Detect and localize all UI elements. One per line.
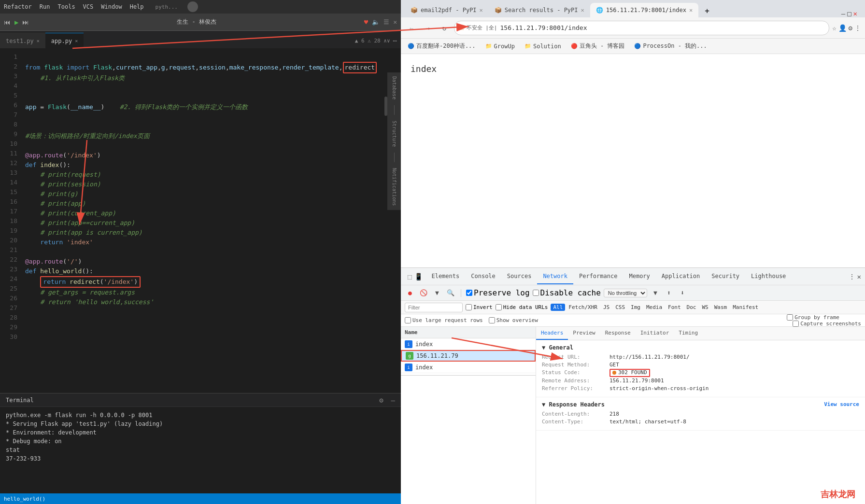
capture-screenshots-check[interactable]: Capture screenshots [793,321,861,327]
menu-run[interactable]: Run [40,3,50,10]
extensions-btn[interactable]: ⚙ [849,24,852,32]
filter-css[interactable]: CSS [613,304,627,311]
nav-reload-btn[interactable]: ↻ [438,21,451,35]
close-btn[interactable]: ✕ [853,10,857,17]
browser-tab-1-close[interactable]: ✕ [581,7,584,14]
filter-media[interactable]: Media [644,304,665,311]
filter-input[interactable] [405,303,463,312]
detail-tab-preview[interactable]: Preview [568,327,600,340]
bookmark-solution[interactable]: 📁 Solution [522,42,564,51]
large-rows-check[interactable]: Use large request rows [405,317,483,323]
devtools-tab-sources[interactable]: Sources [501,269,538,284]
filter-btn[interactable]: ▼ [432,288,442,298]
profile-btn[interactable]: 👤 [838,24,847,32]
show-overview-check[interactable]: Show overview [489,317,538,323]
network-item-1[interactable]: g 156.11.21.79 [401,350,536,362]
more-options-btn[interactable]: ⋮ [854,24,861,32]
detail-tab-initiator[interactable]: Initiator [636,327,674,340]
filter-all[interactable]: All [551,304,565,311]
media-prev-btn[interactable]: ⏮ [4,18,11,26]
nav-forward-btn[interactable]: → [421,21,435,35]
network-item-0[interactable]: i index [401,338,536,350]
devtools-tab-application[interactable]: Application [656,269,706,284]
hide-data-urls-check[interactable]: Hide data URLs [496,304,548,310]
filter-img[interactable]: Img [628,304,643,311]
browser-tab-1[interactable]: 📦 Search results - PyPI ✕ [489,3,590,17]
database-label[interactable]: Database [392,74,397,101]
menu-tools[interactable]: Tools [57,3,75,10]
browser-tab-2-close[interactable]: ✕ [689,7,693,14]
group-by-frame-check[interactable]: Group by frame [787,314,861,321]
filter-wasm[interactable]: Wasm [712,304,730,311]
new-tab-btn[interactable]: + [700,4,714,17]
devtools-tab-network[interactable]: Network [537,269,573,284]
export-btn[interactable]: ⬇ [677,288,688,298]
record-btn[interactable]: ● [405,288,415,298]
menu-window[interactable]: Window [101,3,122,10]
address-bar[interactable]: ⚠ 不安全 |全| 156.11.21.79:8001/index [454,21,829,35]
terminal-minimize[interactable]: — [391,396,395,404]
clear-btn[interactable]: 🚫 [418,288,429,298]
detail-tab-response[interactable]: Response [600,327,636,340]
devtools-inspect-btn[interactable]: ⬚ [408,273,411,280]
restore-btn[interactable]: □ [847,10,851,17]
filter-manifest[interactable]: Manifest [730,304,761,311]
view-source-btn[interactable]: View source [824,401,859,407]
devtools-tab-lighthouse[interactable]: Lighthouse [745,269,792,284]
terminal-label[interactable]: Terminal [6,397,34,404]
search-btn[interactable]: 🔍 [445,288,456,298]
more-btn[interactable]: ⋯ [393,37,397,44]
import-btn[interactable]: ⬆ [664,288,674,298]
tab-apppy-close[interactable]: ✕ [75,38,78,43]
detail-tab-headers[interactable]: Headers [536,327,568,340]
filter-font[interactable]: Font [666,304,683,311]
filter-ws[interactable]: WS [699,304,710,311]
tab-test1py-close[interactable]: ✕ [37,38,40,43]
media-play-btn[interactable]: ▶ [14,18,18,26]
notifications-label[interactable]: Notifications [392,166,397,208]
media-heart-btn[interactable]: ♥ [364,18,368,26]
nav-back-btn[interactable]: ← [405,21,418,35]
devtools-tab-elements[interactable]: Elements [425,269,465,284]
bookmark-btn[interactable]: ☆ [832,24,836,32]
browser-tab-2[interactable]: 🌐 156.11.21.79:8001/index ✕ [590,3,698,17]
filter-js[interactable]: JS [601,304,612,311]
detail-tab-timing[interactable]: Timing [674,327,703,340]
menu-help[interactable]: Help [130,3,144,10]
devtools-tab-security[interactable]: Security [706,269,745,284]
invert-check[interactable]: Invert [466,304,493,310]
browser-tab-0-label: email2pdf - PyPI [421,7,477,14]
media-menu-btn[interactable]: ☰ [383,18,389,26]
devtools-tab-performance[interactable]: Performance [573,269,623,284]
media-volume-btn[interactable]: 🔈 [372,18,380,26]
minimize-btn[interactable]: — [841,10,845,17]
devtools-tab-console[interactable]: Console [465,269,501,284]
disable-cache-check[interactable]: Disable cache [533,288,601,297]
devtools-close-btn[interactable]: ✕ [857,273,861,280]
throttle-select[interactable]: No throttling Fast 3G Slow 3G [604,289,647,297]
devtools-tab-memory[interactable]: Memory [623,269,655,284]
media-next-btn[interactable]: ⏭ [22,18,29,26]
bookmark-processon[interactable]: 🔵 ProcessOn - 我的... [631,41,709,51]
devtools-device-btn[interactable]: 📱 [414,273,423,280]
menu-vcs[interactable]: VCS [83,3,94,10]
bookmark-baidu[interactable]: 🔵 百度翻译-200种语... [405,41,479,51]
filter-doc[interactable]: Doc [684,304,699,311]
bookmark-baidu-icon: 🔵 [408,43,414,49]
network-item-2[interactable]: i index [401,362,536,373]
preserve-log-check[interactable]: Preserve log [466,288,530,297]
bookmark-cnblogs[interactable]: 🔴 豆角头 - 博客园 [568,41,628,51]
tab-test1py[interactable]: test1.py ✕ [0,33,45,48]
editor-scrollbar[interactable] [384,97,387,116]
browser-tab-0[interactable]: 📦 email2pdf - PyPI ✕ [405,3,489,17]
media-close-btn[interactable]: ✕ [393,18,397,26]
menu-refactor[interactable]: Refactor [4,3,32,10]
devtools-more-btn[interactable]: ⋮ [849,273,855,280]
throttle-down-btn[interactable]: ▼ [650,288,661,298]
browser-tab-0-close[interactable]: ✕ [480,7,483,14]
tab-apppy[interactable]: app.py ✕ [45,33,84,48]
structure-label[interactable]: Structure [392,119,397,149]
terminal-settings[interactable]: ⚙ [379,396,383,404]
filter-fetch-xhr[interactable]: Fetch/XHR [566,304,600,311]
bookmark-growup[interactable]: 📁 GrowUp [482,42,518,51]
